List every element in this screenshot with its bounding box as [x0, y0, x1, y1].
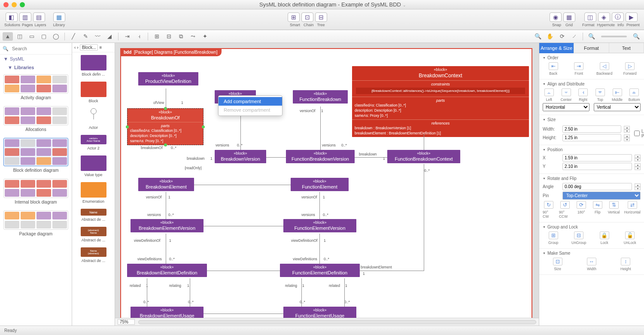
- hypernote-button[interactable]: ◈: [598, 12, 610, 22]
- y-input[interactable]: [562, 163, 632, 170]
- eraser-tool[interactable]: ◢: [104, 32, 115, 41]
- ungroup-tool[interactable]: ⊟: [164, 32, 174, 41]
- btn-group[interactable]: ⊞Group: [543, 231, 564, 245]
- lib-activity-diagram[interactable]: Activity diagram: [0, 72, 72, 104]
- rect-tool[interactable]: ▭: [27, 32, 37, 41]
- connect-tool[interactable]: ⤳: [188, 32, 198, 41]
- pages-button[interactable]: ▥: [19, 12, 31, 22]
- zoomout-icon[interactable]: 🔍: [586, 32, 597, 41]
- height-input[interactable]: [562, 134, 621, 141]
- marquee-tool[interactable]: ◫: [15, 32, 25, 41]
- pan-tool[interactable]: ✋: [545, 32, 555, 41]
- zoom-tool[interactable]: 🔍: [533, 32, 543, 41]
- width-input[interactable]: [562, 125, 621, 133]
- diagram-canvas[interactable]: bdd bdd [Package] Diagrams [FunctionalBr…: [120, 48, 532, 318]
- zoom-icon[interactable]: [20, 2, 25, 7]
- btn-backward[interactable]: ◁Backward: [594, 62, 615, 76]
- btn-same-width[interactable]: ↔Width: [577, 258, 606, 271]
- stencil-actor2[interactable]: «actor»Actor NameActor 2: [72, 132, 115, 153]
- ellipse-tool[interactable]: ◯: [51, 32, 61, 41]
- btn-right[interactable]: ⫞Right: [577, 88, 589, 102]
- block-breakdown-of[interactable]: «block» BreakdownOf parts classifiedAs: …: [127, 108, 204, 145]
- stencil-abstract3[interactable]: Name{abstract}Abstract de ...: [72, 245, 115, 265]
- btn-center[interactable]: ⫟Center: [560, 88, 573, 102]
- zoom-select[interactable]: 75%: [118, 319, 135, 325]
- btn-forward[interactable]: ▷Forward: [620, 62, 641, 76]
- btn-front[interactable]: ⇥Front: [568, 62, 590, 76]
- btn-left[interactable]: ⫠Left: [543, 88, 556, 102]
- btn-same-height[interactable]: ↕Height: [611, 258, 641, 271]
- block-function-element[interactable]: «block»FunctionElement: [291, 178, 349, 191]
- btn-flipv[interactable]: ⇅Vertical: [608, 201, 620, 219]
- block-function-breakdown-version[interactable]: «block»FunctionBreakdownVersion: [286, 150, 355, 163]
- stencil-block-defin[interactable]: Block defin ...: [72, 52, 115, 79]
- smart-button[interactable]: ⊞: [288, 12, 300, 22]
- align-tool[interactable]: ⇥: [122, 32, 132, 41]
- stencil-block[interactable]: Block: [72, 79, 115, 106]
- spray-tool[interactable]: ✦: [200, 32, 210, 41]
- format-button[interactable]: ◫: [584, 12, 596, 22]
- zoom-slider[interactable]: [601, 36, 627, 37]
- minimize-icon[interactable]: [12, 2, 17, 7]
- stencil-actor[interactable]: Actor: [72, 106, 115, 132]
- sidebar-libraries[interactable]: ▼ Libraries: [0, 63, 72, 72]
- stencil-menu-icon[interactable]: ≡: [99, 45, 102, 50]
- btn-bottom[interactable]: ⫨Bottom: [628, 88, 641, 102]
- group-tool[interactable]: ⊞: [152, 32, 162, 41]
- stencil-abstract1[interactable]: NameAbstract de ...: [72, 206, 115, 224]
- block-breakdown-version[interactable]: «block»BreakdownVersion: [215, 150, 266, 163]
- chevron-down-icon[interactable]: ⌄: [403, 3, 406, 7]
- stencil-abstract2[interactable]: {abstract}NameAbstract de ...: [72, 224, 115, 245]
- block-function-element-definition[interactable]: «block»FunctionElementDefinition: [280, 264, 360, 277]
- menu-add-compartment[interactable]: Add compartment: [219, 97, 282, 106]
- block-breakdown-context[interactable]: «block» BreakdownContext constraints {Br…: [352, 66, 529, 137]
- pin-select[interactable]: Top-Center: [562, 192, 641, 200]
- zoomin-icon[interactable]: 🔍: [631, 32, 641, 41]
- info-button[interactable]: ⓘ: [612, 12, 624, 22]
- rotate-tool[interactable]: ⟳: [557, 32, 567, 41]
- btn-90cw[interactable]: ↻90° CW: [543, 201, 555, 219]
- pen-tool[interactable]: ✎: [80, 32, 91, 41]
- btn-back[interactable]: ⇤Back: [543, 62, 564, 76]
- block-breakdown-element-usage[interactable]: «block»BreakdownElementUsage: [131, 307, 204, 318]
- btn-90ccw[interactable]: ↺90° CCW: [559, 201, 571, 219]
- curve-tool[interactable]: 〰: [92, 32, 103, 41]
- chain-button[interactable]: ⊡: [301, 12, 313, 22]
- arrange-tool[interactable]: ⧉: [176, 32, 186, 41]
- btn-lock[interactable]: 🔒Lock: [594, 231, 615, 245]
- btn-flip[interactable]: ⇋Flip: [592, 201, 604, 219]
- close-icon[interactable]: [3, 2, 9, 7]
- canvas-scroll[interactable]: bdd bdd [Package] Diagrams [FunctionalBr…: [115, 43, 539, 318]
- block-breakdown-element[interactable]: «block»BreakdownElement: [138, 178, 194, 191]
- roundrect-tool[interactable]: ▢: [39, 32, 49, 41]
- block-function-breakdown-context[interactable]: «block»FunctionBreakdownContext: [387, 150, 460, 163]
- nav-back-icon[interactable]: ‹: [74, 45, 76, 50]
- btn-ungroup[interactable]: ⊟UnGroup: [568, 231, 590, 245]
- stencil-enumeration[interactable]: Enumeration: [72, 180, 115, 206]
- distribute-h[interactable]: Horizontal: [543, 103, 589, 111]
- btn-top[interactable]: ⫧Top: [594, 88, 607, 102]
- btn-fliph[interactable]: ⇄Horizontal: [624, 201, 641, 219]
- block-function-breakdown[interactable]: «block» FunctionBreakdown: [293, 90, 348, 104]
- eyedropper-tool[interactable]: ⟋: [569, 32, 579, 41]
- present-button[interactable]: ▶: [626, 12, 638, 22]
- tree-button[interactable]: ⊟: [315, 12, 327, 22]
- library-button[interactable]: ▦: [53, 12, 65, 22]
- angle-input[interactable]: [562, 183, 632, 190]
- lib-allocations[interactable]: Allocations: [0, 104, 72, 135]
- lock-proportions[interactable]: Lock Proportions: [634, 124, 644, 143]
- lib-package-diagram[interactable]: Package diagram: [0, 208, 72, 240]
- lib-internal-block[interactable]: Internal block diagram: [0, 176, 72, 208]
- search-input[interactable]: [11, 45, 72, 52]
- nav-fwd-icon[interactable]: ›: [77, 45, 78, 50]
- btn-unlock[interactable]: 🔓UnLock: [620, 231, 641, 245]
- stencil-valuetype[interactable]: Value type: [72, 153, 115, 180]
- btn-180[interactable]: ⟳180°: [575, 201, 587, 219]
- x-input[interactable]: [562, 154, 632, 161]
- tab-format[interactable]: Format: [574, 43, 609, 53]
- hscrollbar[interactable]: [138, 320, 536, 324]
- lib-block-definition[interactable]: Block definition diagram: [0, 135, 72, 176]
- layers-button[interactable]: ▤: [33, 12, 45, 22]
- tab-text[interactable]: Text: [609, 43, 644, 53]
- sidebar-root[interactable]: ▼ SysML: [0, 55, 72, 63]
